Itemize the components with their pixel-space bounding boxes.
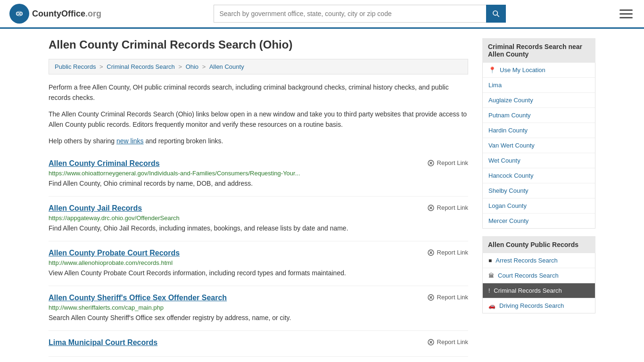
result-header-2: Allen County Probate Court Records Repor… — [49, 249, 468, 257]
content-area: Allen County Criminal Records Search (Oh… — [49, 38, 468, 357]
result-header-0: Allen County Criminal Records Report Lin… — [49, 159, 468, 168]
search-input[interactable] — [214, 5, 486, 23]
sidebar-nearby-link-3[interactable]: Putnam County — [488, 112, 531, 119]
sidebar-nearby-link-1[interactable]: Lima — [488, 82, 502, 89]
sidebar-public-records-link-2[interactable]: Criminal Records Search — [494, 287, 562, 294]
sidebar-icon-3: 🚗 — [488, 303, 495, 309]
sidebar-nearby-link-5[interactable]: Van Wert County — [488, 142, 535, 149]
result-header-4: Lima Municipal Court Records Report Link — [49, 338, 468, 347]
sidebar: Criminal Records Search near Allen Count… — [482, 38, 595, 357]
sidebar-nearby-link-0[interactable]: Use My Location — [500, 66, 545, 74]
report-link-1[interactable]: Report Link — [427, 204, 468, 212]
search-button[interactable] — [486, 5, 506, 23]
breadcrumb-public-records[interactable]: Public Records — [55, 63, 96, 70]
page-title: Allen County Criminal Records Search (Oh… — [49, 38, 468, 51]
breadcrumb-sep-3: > — [202, 63, 207, 70]
sidebar-nearby-item-5[interactable]: Van Wert County — [483, 138, 595, 153]
result-url-1[interactable]: https://appgateway.drc.ohio.gov/Offender… — [49, 214, 468, 222]
result-header-3: Allen County Sheriff's Office Sex Offend… — [49, 294, 468, 302]
description-1: Perform a free Allen County, OH public c… — [49, 82, 468, 103]
result-title-4[interactable]: Lima Municipal Court Records — [49, 338, 157, 347]
result-item: Allen County Jail Records Report Link ht… — [49, 197, 468, 241]
sidebar-nearby-link-7[interactable]: Hancock County — [488, 172, 533, 179]
sidebar-public-records-links: ■Arrest Records Search🏛Court Records Sea… — [482, 253, 595, 313]
report-icon-3 — [427, 294, 435, 301]
search-icon — [492, 10, 500, 17]
svg-line-4 — [497, 15, 499, 17]
result-url-3[interactable]: http://www.sheriffalerts.com/cap_main.ph… — [49, 304, 468, 311]
description-3: Help others by sharing new links and rep… — [49, 136, 468, 146]
result-title-0[interactable]: Allen County Criminal Records — [49, 159, 160, 168]
result-title-1[interactable]: Allen County Jail Records — [49, 204, 142, 213]
sidebar-nearby-item-8[interactable]: Shelby County — [483, 183, 595, 198]
sidebar-nearby-links: 📍Use My LocationLimaAuglaize CountyPutna… — [482, 63, 595, 229]
svg-text:CO: CO — [16, 11, 23, 16]
menu-button[interactable] — [618, 8, 635, 20]
breadcrumb-sep-1: > — [99, 63, 105, 70]
result-url-0[interactable]: https://www.ohioattorneygeneral.gov/Indi… — [49, 170, 468, 177]
report-icon-2 — [427, 249, 435, 256]
sidebar-nearby-link-10[interactable]: Mercer County — [488, 217, 528, 224]
result-item: Lima Municipal Court Records Report Link — [49, 331, 468, 357]
location-icon: 📍 — [488, 66, 496, 74]
sidebar-icon-1: 🏛 — [488, 272, 494, 279]
site-header: CO CountyOffice.org — [0, 0, 644, 29]
result-desc-3: Search Allen County Sheriff's Office sex… — [49, 313, 468, 323]
sidebar-nearby-item-0[interactable]: 📍Use My Location — [483, 63, 595, 78]
sidebar-icon-2: ! — [488, 288, 490, 294]
breadcrumb: Public Records > Criminal Records Search… — [49, 59, 468, 74]
sidebar-nearby-link-8[interactable]: Shelby County — [488, 187, 528, 194]
search-area — [214, 5, 506, 23]
report-link-0[interactable]: Report Link — [427, 159, 468, 167]
sidebar-nearby-item-4[interactable]: Hardin County — [483, 123, 595, 138]
sidebar-nearby-item-10[interactable]: Mercer County — [483, 214, 595, 228]
sidebar-nearby-item-6[interactable]: Wet County — [483, 153, 595, 168]
description-2: The Allen County Criminal Records Search… — [49, 109, 468, 130]
sidebar-nearby-item-9[interactable]: Logan County — [483, 198, 595, 214]
result-header-1: Allen County Jail Records Report Link — [49, 204, 468, 213]
sidebar-public-records-item-1[interactable]: 🏛Court Records Search — [483, 268, 595, 283]
sidebar-nearby-link-6[interactable]: Wet County — [488, 157, 520, 164]
hamburger-line-3 — [619, 17, 633, 18]
result-item: Allen County Criminal Records Report Lin… — [49, 152, 468, 197]
report-icon-1 — [427, 204, 435, 212]
sidebar-public-records-item-2[interactable]: !Criminal Records Search — [483, 283, 595, 298]
hamburger-line-1 — [619, 9, 633, 11]
sidebar-nearby-item-2[interactable]: Auglaize County — [483, 93, 595, 108]
sidebar-public-records-link-0[interactable]: Arrest Records Search — [495, 257, 558, 264]
sidebar-nearby-item-3[interactable]: Putnam County — [483, 108, 595, 123]
sidebar-nearby-item-1[interactable]: Lima — [483, 78, 595, 93]
sidebar-nearby-link-2[interactable]: Auglaize County — [488, 97, 533, 104]
logo-area[interactable]: CO CountyOffice.org — [9, 4, 101, 24]
report-link-4[interactable]: Report Link — [427, 338, 468, 346]
sidebar-nearby-heading: Criminal Records Search near Allen Count… — [482, 38, 595, 63]
sidebar-public-records-link-3[interactable]: Driving Records Search — [499, 302, 564, 309]
breadcrumb-allen-county[interactable]: Allen County — [209, 63, 244, 70]
result-desc-1: Find Allen County, Ohio Jail Records, in… — [49, 223, 468, 233]
hamburger-line-2 — [619, 13, 633, 15]
sidebar-public-records-link-1[interactable]: Court Records Search — [498, 272, 559, 279]
sidebar-section-public-records: Allen County Public Records ■Arrest Reco… — [482, 236, 595, 313]
main-wrapper: Allen County Criminal Records Search (Oh… — [39, 29, 605, 362]
result-desc-0: Find Allen County, Ohio criminal records… — [49, 179, 468, 189]
result-title-3[interactable]: Allen County Sheriff's Office Sex Offend… — [49, 294, 227, 302]
report-icon-0 — [427, 159, 435, 167]
new-links-link[interactable]: new links — [116, 137, 144, 145]
sidebar-nearby-item-7[interactable]: Hancock County — [483, 168, 595, 183]
logo-icon: CO — [9, 4, 29, 24]
breadcrumb-ohio[interactable]: Ohio — [186, 63, 198, 70]
report-link-2[interactable]: Report Link — [427, 249, 468, 256]
result-url-2[interactable]: http://www.allenohioprobate.com/records.… — [49, 259, 468, 266]
breadcrumb-criminal-records[interactable]: Criminal Records Search — [107, 63, 175, 70]
sidebar-public-records-item-3[interactable]: 🚗Driving Records Search — [483, 298, 595, 313]
report-link-3[interactable]: Report Link — [427, 294, 468, 301]
sidebar-nearby-link-4[interactable]: Hardin County — [488, 127, 528, 134]
sidebar-public-records-item-0[interactable]: ■Arrest Records Search — [483, 253, 595, 268]
sidebar-nearby-link-9[interactable]: Logan County — [488, 202, 527, 209]
sidebar-icon-0: ■ — [488, 257, 492, 264]
report-icon-4 — [427, 338, 435, 346]
logo-text: CountyOffice.org — [32, 9, 101, 19]
result-item: Allen County Sheriff's Office Sex Offend… — [49, 286, 468, 331]
result-item: Allen County Probate Court Records Repor… — [49, 241, 468, 286]
result-title-2[interactable]: Allen County Probate Court Records — [49, 249, 180, 257]
